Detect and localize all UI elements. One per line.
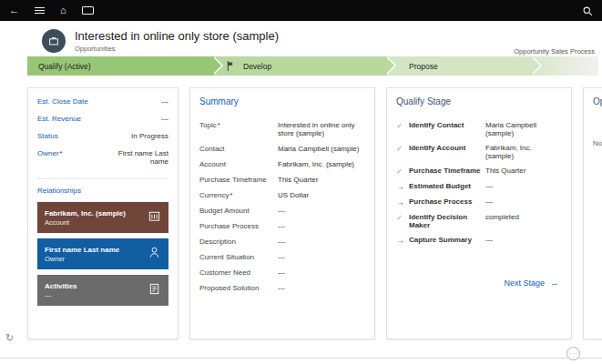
field-row: Est. Close Date ---: [37, 97, 168, 106]
process-step: → Capture Summary ---: [387, 232, 571, 248]
field-label: Topic: [199, 121, 217, 129]
tile-activities[interactable]: Activities ---: [37, 275, 168, 306]
field-value[interactable]: ---: [161, 97, 168, 106]
field-row: Currency* US Dollar: [190, 187, 374, 203]
field-label: Purchase Timeframe: [199, 176, 267, 184]
field-label: Purchase Process: [199, 222, 259, 230]
field-label: Proposed Solution: [199, 284, 259, 292]
required-asterisk: *: [218, 121, 220, 129]
field-row: Proposed Solution ---: [190, 280, 374, 296]
record-entity-type[interactable]: Opportunities: [75, 45, 279, 53]
tile-subtitle: Owner: [45, 255, 148, 263]
field-value[interactable]: Maria Campbell (sample): [278, 145, 365, 153]
right-section-title: Ope: [584, 88, 602, 117]
field-label: Currency: [199, 191, 229, 199]
record-title: Interested in online only store (sample): [75, 29, 279, 43]
field-value[interactable]: Interested in online only store (sample): [278, 121, 365, 137]
field-value[interactable]: ---: [278, 222, 365, 230]
field-value[interactable]: Fabrikam, Inc. (sample): [278, 160, 365, 168]
stage-label: Develop: [243, 62, 271, 71]
right-section-empty-text: No d: [584, 117, 602, 147]
field-row: Current Situation ---: [190, 249, 374, 265]
step-status-icon: ✓: [396, 144, 409, 153]
field-label: Account: [199, 160, 226, 168]
tile-title: Activities: [45, 282, 148, 290]
top-navigation-bar: ← ⌂: [0, 0, 602, 21]
right-section-clipped: Ope No d: [583, 87, 602, 339]
field-value[interactable]: ---: [278, 238, 365, 246]
process-step: ✓ Identify Contact Maria Campbell (sampl…: [387, 117, 571, 140]
process-step: ✓ Identify Account Fabrikam, Inc. (sampl…: [387, 140, 571, 163]
qualify-stage-section: Qualify Stage ✓ Identify Contact Maria C…: [386, 87, 572, 339]
field-value[interactable]: In Progress: [131, 132, 168, 140]
qualify-stage-title: Qualify Stage: [387, 88, 571, 117]
field-value[interactable]: ---: [278, 207, 365, 215]
field-row: Description ---: [190, 234, 374, 249]
next-stage-arrow-icon: →: [550, 278, 558, 288]
step-label: Purchase Timeframe: [409, 167, 485, 175]
step-value[interactable]: This Quarter: [485, 167, 562, 175]
step-status-icon: →: [396, 236, 409, 245]
more-commands-button[interactable]: ···: [566, 347, 580, 360]
process-step: → Estimated Budget ---: [387, 178, 571, 194]
step-value[interactable]: Maria Campbell (sample): [485, 121, 562, 137]
step-status-icon: ✓: [396, 167, 409, 176]
menu-icon[interactable]: [35, 5, 45, 15]
back-icon[interactable]: ←: [9, 5, 19, 15]
field-value[interactable]: ---: [278, 253, 365, 261]
stage-label: Qualify (Active): [38, 62, 91, 71]
field-row: Contact Maria Campbell (sample): [190, 141, 374, 157]
tile-subtitle: ---: [45, 291, 148, 299]
person-icon: [148, 246, 161, 263]
field-value[interactable]: ---: [161, 115, 168, 123]
business-process-flow: Qualify (Active) Develop Propose: [27, 56, 598, 76]
tile-owner[interactable]: First name Last name Owner: [37, 238, 168, 269]
step-value[interactable]: completed: [485, 213, 562, 221]
stage-track-remainder: [533, 56, 598, 76]
field-value[interactable]: This Quarter: [278, 176, 365, 184]
field-row: Topic* Interested in online only store (…: [190, 117, 374, 141]
summary-section: Summary Topic* Interested in online only…: [189, 87, 375, 339]
field-label: Budget Amount: [199, 207, 250, 215]
field-value[interactable]: US Dollar: [278, 191, 365, 199]
required-asterisk: *: [230, 191, 232, 199]
field-row: Account Fabrikam, Inc. (sample): [190, 157, 374, 172]
dashboard-icon[interactable]: [82, 6, 94, 15]
field-label: Customer Need: [199, 268, 250, 277]
step-value[interactable]: ---: [485, 197, 562, 206]
field-row: Purchase Process ---: [190, 218, 374, 234]
step-value[interactable]: Fabrikam, Inc. (sample): [485, 144, 562, 160]
record-overview-panel: Est. Close Date --- Est. Revenue --- Sta…: [27, 87, 179, 339]
field-label: Owner*: [37, 149, 63, 157]
opportunity-entity-icon: [42, 29, 66, 53]
step-label: Capture Summary: [409, 236, 485, 244]
field-value[interactable]: First name Last name: [105, 149, 168, 166]
field-row: Budget Amount ---: [190, 203, 374, 218]
stage-develop[interactable]: Develop: [214, 56, 387, 76]
stage-qualify[interactable]: Qualify (Active): [27, 56, 214, 76]
horizontal-scrollbar[interactable]: [0, 358, 602, 359]
next-stage-button[interactable]: Next Stage→: [387, 278, 571, 288]
step-value[interactable]: ---: [485, 182, 562, 190]
field-value[interactable]: ---: [278, 268, 365, 277]
step-label: Identify Account: [409, 144, 485, 152]
required-asterisk: *: [60, 149, 63, 157]
home-icon[interactable]: ⌂: [60, 5, 66, 15]
process-step: ✓ Identify Decision Maker completed: [387, 209, 571, 232]
tile-account[interactable]: Fabrikam, Inc. (sample) Account: [37, 202, 168, 233]
step-value[interactable]: ---: [485, 236, 562, 244]
field-label: Description: [199, 238, 236, 246]
stage-propose[interactable]: Propose: [387, 56, 533, 76]
process-step: ✓ Purchase Timeframe This Quarter: [387, 163, 571, 178]
field-value[interactable]: ---: [278, 284, 365, 292]
step-label: Purchase Process: [409, 197, 485, 206]
stage-flag-icon: [227, 61, 235, 71]
next-stage-label: Next Stage: [504, 278, 545, 288]
field-label: Est. Close Date: [37, 97, 88, 106]
record-header-text: Interested in online only store (sample)…: [75, 29, 279, 53]
account-icon: [148, 209, 161, 227]
field-row: Est. Revenue ---: [37, 115, 168, 123]
refresh-icon[interactable]: ↻: [5, 332, 14, 344]
field-label: Status: [37, 132, 58, 140]
search-icon[interactable]: [582, 5, 593, 16]
